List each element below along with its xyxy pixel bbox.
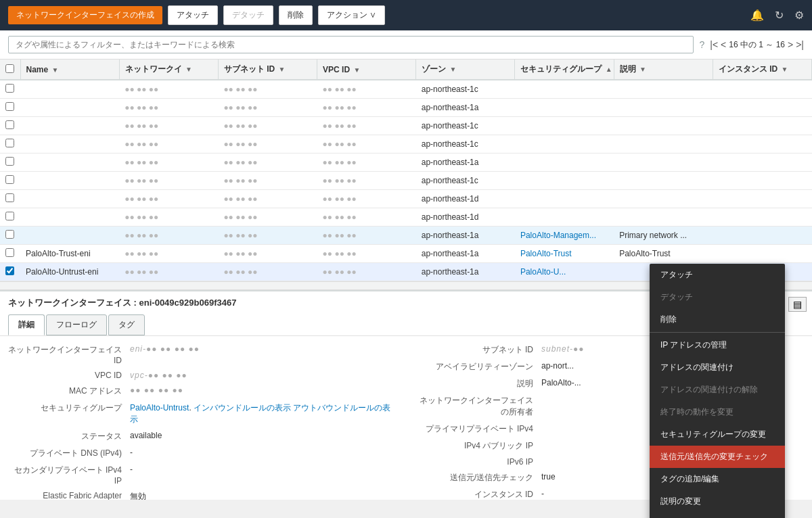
- select-all-checkbox[interactable]: [0, 60, 20, 80]
- table-container: Name ▼ ネットワークイ ▼ サブネット ID ▼ VPC ID ▼ ゾーン…: [0, 60, 812, 282]
- table-cell: [614, 117, 713, 135]
- row-checkbox[interactable]: [0, 117, 20, 135]
- refresh-icon[interactable]: ↻: [775, 9, 784, 22]
- page-prev-button[interactable]: <: [721, 39, 726, 50]
- table-row[interactable]: PaloAlto-Trust-eni●● ●● ●●●● ●● ●●●● ●● …: [0, 245, 812, 263]
- table-cell: ●● ●● ●●: [218, 208, 317, 227]
- row-checkbox[interactable]: [0, 227, 20, 245]
- table-cell: ●● ●● ●●: [119, 99, 218, 117]
- view-icon-3[interactable]: ▤: [788, 297, 807, 312]
- table-row[interactable]: ●● ●● ●●●● ●● ●●●● ●● ●●ap-northeast-1aP…: [0, 227, 812, 245]
- col-instance[interactable]: インスタンス ID ▼: [713, 60, 811, 80]
- sg-link[interactable]: PaloAlto-Untrust: [130, 403, 189, 413]
- label-ipv6: IPv6 IP: [420, 457, 541, 467]
- context-menu-item[interactable]: IP アドレスの管理: [650, 334, 785, 356]
- table-row[interactable]: ●● ●● ●●●● ●● ●●●● ●● ●●ap-northeast-1c: [0, 117, 812, 135]
- col-vpc[interactable]: VPC ID ▼: [317, 60, 416, 80]
- table-cell: [713, 208, 811, 227]
- table-cell: ●● ●● ●●: [119, 208, 218, 227]
- table-cell: ●● ●● ●●: [218, 80, 317, 99]
- settings-icon[interactable]: ⚙: [794, 9, 804, 22]
- label-efa: Elastic Fabric Adapter: [8, 491, 130, 500]
- table-row[interactable]: ●● ●● ●●●● ●● ●●●● ●● ●●ap-northeast-1c: [0, 172, 812, 190]
- page-next-button[interactable]: >: [788, 39, 793, 50]
- table-cell: ap-northeast-1a: [416, 263, 515, 281]
- context-menu-divider: [650, 332, 785, 333]
- table-row[interactable]: ●● ●● ●●●● ●● ●●●● ●● ●●ap-northeast-1c: [0, 135, 812, 154]
- label-subnet: サブネット ID: [420, 344, 541, 356]
- label-desc: 説明: [420, 378, 541, 390]
- table-cell: ●● ●● ●●: [119, 135, 218, 154]
- alert-icon[interactable]: 🔔: [750, 9, 764, 22]
- row-checkbox[interactable]: [0, 80, 20, 99]
- context-menu-item[interactable]: 送信元/送信先の変更チェック: [650, 446, 785, 468]
- col-desc[interactable]: 説明 ▼: [614, 60, 713, 80]
- context-menu-item[interactable]: アタッチ: [650, 264, 785, 286]
- tab-tags[interactable]: タグ: [108, 314, 145, 335]
- table-cell: ●● ●● ●●: [317, 208, 416, 227]
- table-cell: [713, 99, 811, 117]
- row-checkbox[interactable]: [0, 154, 20, 172]
- attach-button[interactable]: アタッチ: [168, 5, 218, 25]
- context-menu-item[interactable]: フローログの作成: [650, 513, 785, 518]
- search-input[interactable]: [8, 36, 694, 53]
- table-row[interactable]: ●● ●● ●●●● ●● ●●●● ●● ●●ap-northeast-1a: [0, 99, 812, 117]
- table-cell: [614, 154, 713, 172]
- network-interfaces-table: Name ▼ ネットワークイ ▼ サブネット ID ▼ VPC ID ▼ ゾーン…: [0, 60, 812, 281]
- value-private-dns: -: [130, 448, 392, 459]
- label-sg: セキュリティグループ: [8, 402, 130, 425]
- create-button[interactable]: ネットワークインターフェイスの作成: [8, 6, 162, 24]
- context-menu-item[interactable]: 削除: [650, 308, 785, 331]
- col-eni[interactable]: ネットワークイ ▼: [119, 60, 218, 80]
- table-row[interactable]: ●● ●● ●●●● ●● ●●●● ●● ●●ap-northeast-1c: [0, 80, 812, 99]
- page-first-button[interactable]: |<: [710, 39, 718, 50]
- col-zone[interactable]: ゾーン ▼: [416, 60, 515, 80]
- table-cell: [713, 117, 811, 135]
- table-cell: [614, 135, 713, 154]
- inbound-link[interactable]: インバウンドルールの表示: [194, 403, 291, 413]
- action-button[interactable]: アクション ∨: [318, 5, 385, 25]
- table-cell: ap-northeast-1c: [416, 172, 515, 190]
- toolbar-right: 🔔 ↻ ⚙: [750, 9, 804, 22]
- context-menu-item[interactable]: アドレスの関連付け: [650, 356, 785, 379]
- table-cell: ●● ●● ●●: [218, 190, 317, 208]
- table-cell: ●● ●● ●●: [317, 227, 416, 245]
- table-cell: [20, 117, 119, 135]
- tab-details[interactable]: 詳細: [8, 314, 45, 335]
- context-menu-item[interactable]: タグの追加/編集: [650, 468, 785, 490]
- delete-button[interactable]: 削除: [279, 5, 313, 25]
- table-cell: [614, 99, 713, 117]
- value-mac: ●● ●● ●● ●●: [130, 385, 392, 397]
- table-row[interactable]: ●● ●● ●●●● ●● ●●●● ●● ●●ap-northeast-1d: [0, 190, 812, 208]
- col-sg[interactable]: セキュリティグループ ▲: [515, 60, 614, 80]
- detach-button[interactable]: デタッチ: [223, 5, 273, 25]
- label-public-ip: IPv4 パブリック IP: [420, 440, 541, 452]
- table-cell: ●● ●● ●●: [317, 80, 416, 99]
- col-name[interactable]: Name ▼: [20, 60, 119, 80]
- row-checkbox[interactable]: [0, 190, 20, 208]
- row-checkbox[interactable]: [0, 263, 20, 281]
- table-cell: [515, 117, 614, 135]
- context-menu-item[interactable]: 説明の変更: [650, 490, 785, 513]
- table-cell: ●● ●● ●●: [218, 263, 317, 281]
- table-cell: [515, 80, 614, 99]
- table-row[interactable]: ●● ●● ●●●● ●● ●●●● ●● ●●ap-northeast-1a: [0, 154, 812, 172]
- table-cell: PaloAlto-U...: [515, 263, 614, 281]
- page-last-button[interactable]: >|: [796, 39, 804, 50]
- table-row[interactable]: ●● ●● ●●●● ●● ●●●● ●● ●●ap-northeast-1d: [0, 208, 812, 227]
- row-checkbox[interactable]: [0, 245, 20, 263]
- table-cell: [614, 208, 713, 227]
- table-cell: [515, 208, 614, 227]
- table-cell: ●● ●● ●●: [218, 154, 317, 172]
- tab-flow-logs[interactable]: フローログ: [46, 314, 107, 335]
- context-menu-item[interactable]: セキュリティグループの変更: [650, 423, 785, 446]
- col-subnet[interactable]: サブネット ID ▼: [218, 60, 317, 80]
- table-cell: ap-northeast-1c: [416, 135, 515, 154]
- table-cell: PaloAlto-Untrust-eni: [20, 263, 119, 281]
- row-checkbox[interactable]: [0, 208, 20, 227]
- row-checkbox[interactable]: [0, 99, 20, 117]
- row-checkbox[interactable]: [0, 135, 20, 154]
- row-checkbox[interactable]: [0, 172, 20, 190]
- search-help-icon[interactable]: ?: [699, 39, 704, 50]
- table-cell: ap-northeast-1a: [416, 245, 515, 263]
